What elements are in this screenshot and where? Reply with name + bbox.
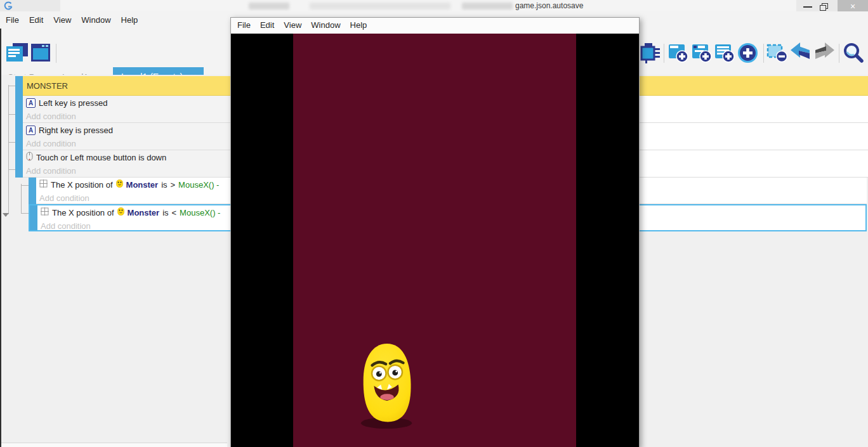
tree-stub xyxy=(8,169,15,170)
condition-text[interactable]: Right key is pressed xyxy=(39,126,113,135)
toolbar-separator xyxy=(763,44,764,63)
title-bar: game.json.autosave × xyxy=(0,0,868,12)
preview-menu-edit[interactable]: Edit xyxy=(260,20,274,34)
menu-file[interactable]: File xyxy=(6,15,19,25)
condition-text[interactable]: The X position of xyxy=(51,180,113,190)
debugger-icon[interactable] xyxy=(639,42,662,64)
position-icon xyxy=(39,179,48,190)
event-indent-bar xyxy=(29,178,36,204)
preview-menu-bar: File Edit View Window Help xyxy=(231,18,639,34)
toolbar-separator xyxy=(664,44,664,63)
object-name[interactable]: Monster xyxy=(128,208,160,217)
remove-selection-icon[interactable] xyxy=(766,42,787,63)
add-comment-icon[interactable] xyxy=(714,42,735,63)
menu-view[interactable]: View xyxy=(53,15,71,25)
search-icon[interactable] xyxy=(843,42,864,63)
condition-expression[interactable]: MouseX() - xyxy=(180,208,220,217)
collapse-expander-icon[interactable] xyxy=(3,213,9,217)
monster-thumbnail-icon xyxy=(116,179,123,190)
tree-stub xyxy=(8,142,15,143)
scene-editor-icon[interactable] xyxy=(30,42,51,63)
condition-expression[interactable]: MouseX() - xyxy=(178,180,219,190)
add-event-icon[interactable] xyxy=(668,42,688,63)
preview-menu-help[interactable]: Help xyxy=(350,20,367,34)
preview-menu-view[interactable]: View xyxy=(284,20,301,34)
minimize-button[interactable] xyxy=(803,6,812,8)
tree-stub xyxy=(8,114,15,115)
tree-line xyxy=(21,184,22,214)
menu-help[interactable]: Help xyxy=(121,15,138,25)
object-name[interactable]: Monster xyxy=(126,180,159,190)
redacted-title-segment xyxy=(462,3,513,10)
add-sub-event-icon[interactable] xyxy=(692,42,712,63)
condition-text[interactable]: The X position of xyxy=(52,208,114,217)
condition-verb: is xyxy=(162,208,168,217)
preview-window[interactable]: File Edit View Window Help xyxy=(230,17,640,447)
tree-stub xyxy=(8,86,15,86)
monster-thumbnail-icon xyxy=(117,207,124,217)
condition-operator: < xyxy=(172,208,177,217)
preview-menu-window[interactable]: Window xyxy=(311,20,340,34)
keyboard-icon: A xyxy=(26,126,36,135)
condition-text[interactable]: Touch or Left mouse button is down xyxy=(36,153,166,162)
redacted-title-segment xyxy=(249,3,289,10)
event-indent-bar xyxy=(15,96,23,123)
event-indent-bar xyxy=(15,150,23,178)
undo-icon[interactable] xyxy=(790,42,811,60)
menu-window[interactable]: Window xyxy=(81,15,110,25)
tree-stub xyxy=(21,185,29,186)
condition-text[interactable]: Left key is pressed xyxy=(39,98,107,108)
window-title: game.json.autosave xyxy=(515,1,583,10)
condition-verb: is xyxy=(161,180,167,190)
event-indent-bar xyxy=(15,123,23,150)
keyboard-icon: A xyxy=(26,98,36,108)
game-viewport[interactable] xyxy=(231,34,639,447)
position-icon xyxy=(41,207,49,217)
monster-sprite xyxy=(356,340,418,434)
comment-text: MONSTER xyxy=(27,81,68,91)
preview-menu-file[interactable]: File xyxy=(237,20,251,34)
event-indent-bar xyxy=(30,205,37,230)
menu-edit[interactable]: Edit xyxy=(29,15,43,25)
mouse-icon xyxy=(26,152,33,163)
condition-operator: > xyxy=(171,180,176,190)
game-scene-background xyxy=(293,34,576,447)
add-new-icon[interactable] xyxy=(737,42,758,63)
horizontal-scrollbar-track[interactable] xyxy=(1,443,227,447)
toolbar-separator xyxy=(56,44,56,63)
events-sheet-icon[interactable] xyxy=(5,42,29,63)
event-indent-bar xyxy=(15,76,23,96)
toolbar-separator xyxy=(839,44,839,63)
tree-line xyxy=(8,85,9,214)
redacted-title-segment xyxy=(310,3,450,10)
redo-icon[interactable] xyxy=(814,42,835,60)
tree-stub xyxy=(21,213,29,214)
window-left-edge xyxy=(0,29,1,447)
